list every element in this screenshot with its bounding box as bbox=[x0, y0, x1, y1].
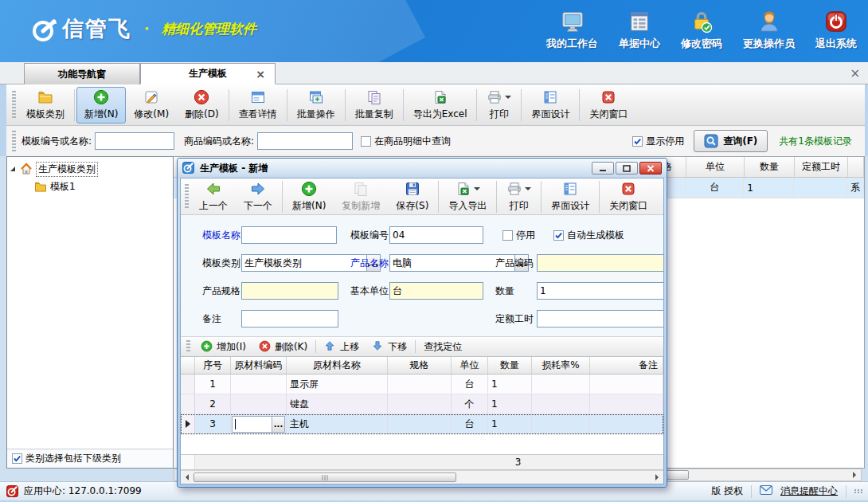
import-export-button[interactable]: 导入导出 bbox=[440, 178, 495, 215]
material-code-editor[interactable]: ... bbox=[232, 416, 285, 433]
product-filter-input[interactable] bbox=[257, 132, 353, 150]
tree-item-template1[interactable]: 模板1 bbox=[7, 178, 173, 195]
print-dropdown-caret bbox=[505, 96, 511, 99]
grid-add-button[interactable]: 增加(I) bbox=[196, 339, 251, 355]
printer-icon bbox=[506, 181, 522, 197]
tree-expander-icon[interactable] bbox=[10, 167, 15, 171]
dialog-close-icon[interactable] bbox=[639, 162, 662, 175]
delete-button[interactable]: 删除(D) bbox=[177, 87, 227, 124]
tab-close-icon[interactable]: × bbox=[256, 68, 265, 80]
include-subcategory-checkbox[interactable]: 类别选择包括下级类别 bbox=[12, 452, 121, 465]
checkbox-checked-icon bbox=[632, 136, 643, 147]
arrow-up-icon bbox=[324, 340, 337, 353]
template-code-input[interactable] bbox=[389, 226, 483, 244]
record-count-text: 共有1条模板记录 bbox=[779, 135, 852, 148]
work-hours-label: 定额工时 bbox=[495, 310, 534, 327]
previous-button[interactable]: 上一个 bbox=[191, 178, 236, 215]
remark-label: 备注 bbox=[202, 310, 221, 327]
material-row[interactable]: 2 键盘 个 1 bbox=[181, 394, 663, 414]
work-hours-input[interactable] bbox=[537, 310, 664, 327]
message-center-link[interactable]: 消息提醒中心 bbox=[780, 484, 838, 498]
quantity-total: 3 bbox=[496, 457, 540, 468]
power-icon bbox=[824, 10, 848, 33]
envelope-icon bbox=[760, 485, 772, 498]
product-name-label: 产品名称 bbox=[350, 254, 389, 272]
save-floppy-icon bbox=[405, 181, 420, 197]
template-name-input[interactable] bbox=[241, 226, 337, 244]
add-button[interactable]: 新增(N) bbox=[76, 87, 126, 124]
nav-document-center[interactable]: 单据中心 bbox=[619, 10, 660, 51]
scroll-right-icon[interactable] bbox=[848, 469, 861, 480]
dialog-print-button[interactable]: 打印 bbox=[499, 178, 539, 215]
ui-design-button[interactable]: 界面设计 bbox=[523, 87, 577, 124]
product-spec-input[interactable] bbox=[241, 282, 338, 300]
disabled-checkbox[interactable]: 停用 bbox=[502, 226, 535, 244]
close-window-button[interactable]: 关闭窗口 bbox=[581, 87, 635, 124]
nav-change-password[interactable]: 修改密码 bbox=[681, 10, 722, 51]
nav-exit-system[interactable]: 退出系统 bbox=[815, 10, 857, 51]
dialog-close-window-button[interactable]: 关闭窗口 bbox=[601, 178, 655, 215]
dialog-titlebar[interactable]: 生产模板 - 新增 bbox=[178, 159, 667, 178]
scroll-left-icon[interactable] bbox=[181, 472, 194, 483]
filterbar-grip bbox=[12, 131, 16, 152]
resize-grip[interactable] bbox=[854, 489, 863, 493]
user-icon bbox=[757, 10, 781, 33]
dialog-title: 生产模板 - 新增 bbox=[200, 162, 268, 175]
show-disabled-checkbox[interactable]: 显示停用 bbox=[632, 135, 684, 148]
edit-button[interactable]: 修改(M) bbox=[126, 87, 177, 124]
export-excel-button[interactable]: 导出为Excel bbox=[405, 87, 475, 124]
query-button[interactable]: 查询(F) bbox=[694, 130, 768, 152]
tab-function-navigator[interactable]: 功能导航窗 bbox=[24, 63, 140, 84]
batch-copy-button[interactable]: 批量复制 bbox=[347, 87, 401, 124]
move-up-button[interactable]: 上移 bbox=[319, 339, 364, 355]
nav-my-workbench[interactable]: 我的工作台 bbox=[546, 10, 598, 51]
product-picker[interactable]: ... bbox=[389, 254, 483, 272]
product-code-label: 产品编码 bbox=[495, 254, 534, 272]
material-code-ellipsis-button[interactable]: ... bbox=[272, 417, 284, 432]
plus-circle-icon bbox=[301, 181, 317, 197]
category-tree-panel: 生产模板类别 模板1 类别选择包括下级类别 bbox=[6, 156, 174, 469]
tab-production-template[interactable]: 生产模板 × bbox=[140, 63, 276, 84]
base-unit-input[interactable] bbox=[389, 282, 483, 300]
print-button[interactable]: 打印 bbox=[479, 87, 519, 124]
excel-export-icon bbox=[432, 89, 448, 105]
scroll-right-icon[interactable] bbox=[651, 472, 663, 483]
template-category-button[interactable]: 模板类别 bbox=[18, 87, 72, 124]
minimize-icon[interactable] bbox=[592, 162, 614, 175]
main-toolbar: 模板类别 新增(N) 修改(M) 删除(D) 查看详情 批量操作 bbox=[6, 84, 865, 126]
app-center-text: 应用中心: 127.0.0.1:7099 bbox=[24, 484, 142, 498]
find-locate-button[interactable]: 查找定位 bbox=[419, 339, 467, 355]
dialog-hscrollbar[interactable] bbox=[181, 470, 663, 484]
view-detail-button[interactable]: 查看详情 bbox=[231, 87, 285, 124]
search-in-detail-checkbox[interactable]: 在商品明细中查询 bbox=[361, 135, 451, 148]
product-code-input[interactable] bbox=[537, 254, 664, 272]
nav-change-operator[interactable]: 更换操作员 bbox=[743, 10, 795, 51]
category-picker[interactable]: ... bbox=[241, 254, 338, 272]
maximize-icon[interactable] bbox=[616, 162, 638, 175]
template-filter-input[interactable] bbox=[95, 132, 174, 150]
materials-grid: 序号 原材料编码 原材料名称 规格 单位 数量 损耗率% 备注 1 显示屏 台 … bbox=[181, 357, 663, 484]
dialog-add-button[interactable]: 新增(N) bbox=[284, 178, 334, 215]
scrollbar-thumb[interactable] bbox=[194, 473, 456, 482]
copy-add-button: 复制新增 bbox=[334, 178, 388, 215]
material-row-selected[interactable]: 3 ... 主机 台 1 bbox=[181, 414, 663, 434]
tree-root-category[interactable]: 生产模板类别 bbox=[7, 160, 173, 178]
move-down-button[interactable]: 下移 bbox=[367, 339, 412, 355]
panel-close-icon[interactable]: × bbox=[850, 66, 860, 80]
checkbox-checked-icon bbox=[553, 230, 564, 241]
remark-input[interactable] bbox=[241, 310, 338, 327]
quantity-input[interactable] bbox=[537, 282, 664, 300]
excel-export-icon bbox=[456, 181, 471, 197]
grid-delete-button[interactable]: 删除(K) bbox=[254, 339, 312, 355]
license-partial-text: 版 授权 bbox=[711, 484, 743, 498]
dialog-ui-design-button[interactable]: 界面设计 bbox=[543, 178, 597, 215]
material-row[interactable]: 1 显示屏 台 1 bbox=[181, 375, 663, 394]
save-button[interactable]: 保存(S) bbox=[388, 178, 436, 215]
checkbox-checked-icon bbox=[12, 453, 22, 464]
batch-operation-button[interactable]: 批量操作 bbox=[289, 87, 343, 124]
import-export-caret bbox=[474, 187, 480, 190]
auto-generate-checkbox[interactable]: 自动生成模板 bbox=[553, 226, 624, 244]
brand-slogan: 精细化管理软件 bbox=[162, 20, 256, 38]
next-button[interactable]: 下一个 bbox=[236, 178, 280, 215]
template-filter-label: 模板编号或名称: bbox=[22, 135, 92, 148]
